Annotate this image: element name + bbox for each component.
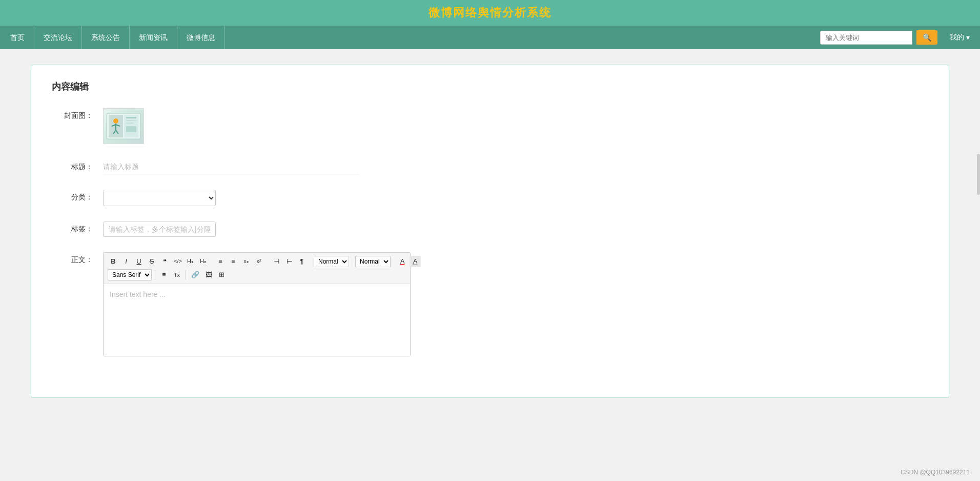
search-button[interactable]: 🔍 <box>916 30 937 45</box>
svg-rect-10 <box>126 120 136 121</box>
title-row: 标题： <box>52 159 928 174</box>
category-control <box>103 190 411 206</box>
category-label: 分类： <box>52 190 93 202</box>
quote-button[interactable]: ❝ <box>159 256 170 267</box>
content-row: 正文： B I U S ❝ </> H₁ H₂ <box>52 252 928 356</box>
indent-right-button[interactable]: ⊢ <box>283 256 295 267</box>
svg-rect-9 <box>126 117 136 118</box>
svg-point-3 <box>113 118 118 124</box>
ol-button[interactable]: ≡ <box>215 256 226 267</box>
nav-weibo[interactable]: 微博信息 <box>177 26 225 49</box>
nav-forum[interactable]: 交流论坛 <box>34 26 82 49</box>
align-button[interactable]: ≡ <box>158 269 170 280</box>
top-banner: 微博网络舆情分析系统 <box>0 0 980 26</box>
user-menu[interactable]: 我的 ▾ <box>950 33 970 42</box>
font-bg-button[interactable]: A <box>410 256 421 267</box>
title-control <box>103 159 411 174</box>
nav-news[interactable]: 新闻资讯 <box>130 26 177 49</box>
bold-button[interactable]: B <box>108 256 119 267</box>
toolbar-sep-7 <box>186 270 186 279</box>
search-input[interactable] <box>820 31 912 45</box>
ul-button[interactable]: ≡ <box>228 256 239 267</box>
h1-button[interactable]: H₁ <box>185 256 196 266</box>
nav-links: 首页 交流论坛 系统公告 新闻资讯 微博信息 <box>10 26 820 49</box>
svg-rect-12 <box>126 126 136 132</box>
category-select[interactable] <box>103 190 216 206</box>
font-color-button[interactable]: A <box>397 256 408 267</box>
image-button[interactable]: 🖼 <box>203 269 214 280</box>
editor-body[interactable]: Insert text here ... <box>104 284 410 356</box>
clear-format-button[interactable]: Tx <box>171 270 182 280</box>
font-size-select[interactable]: Normal <box>355 256 391 267</box>
page-title: 内容编辑 <box>52 81 928 93</box>
svg-rect-11 <box>126 123 134 124</box>
navbar: 首页 交流论坛 系统公告 新闻资讯 微博信息 🔍 我的 ▾ <box>0 26 980 49</box>
indent-left-button[interactable]: ⊣ <box>271 256 282 267</box>
navbar-right: 🔍 我的 ▾ <box>820 30 970 45</box>
title-input[interactable] <box>103 159 359 174</box>
user-label: 我的 <box>950 33 964 42</box>
editor-toolbar: B I U S ❝ </> H₁ H₂ ≡ ≡ x₂ x² <box>104 253 410 284</box>
title-label: 标题： <box>52 159 93 172</box>
h2-button[interactable]: H₂ <box>197 256 209 266</box>
cover-image[interactable] <box>103 108 144 144</box>
cover-label: 封面图： <box>52 108 93 121</box>
footer-credit: CSDN @QQ1039692211 <box>901 469 970 476</box>
superscript-button[interactable]: x² <box>253 256 264 266</box>
italic-button[interactable]: I <box>120 256 132 267</box>
editor-wrapper: B I U S ❝ </> H₁ H₂ ≡ ≡ x₂ x² <box>103 252 411 356</box>
nav-home[interactable]: 首页 <box>10 26 34 49</box>
nav-announcements[interactable]: 系统公告 <box>82 26 130 49</box>
paragraph-format-select[interactable]: Normal <box>314 256 349 267</box>
category-row: 分类： <box>52 190 928 206</box>
tags-control <box>103 222 411 237</box>
toolbar-row-2: Sans Serif ≡ Tx 🔗 🖼 ⊞ <box>108 269 406 280</box>
code-button[interactable]: </> <box>172 256 183 266</box>
main-content: 内容编辑 封面图： <box>0 49 980 413</box>
app-title: 微博网络舆情分析系统 <box>0 5 980 21</box>
content-card: 内容编辑 封面图： <box>31 65 949 398</box>
link-button[interactable]: 🔗 <box>189 269 201 280</box>
tags-label: 标签： <box>52 222 93 234</box>
content-control: B I U S ❝ </> H₁ H₂ ≡ ≡ x₂ x² <box>103 252 411 356</box>
cover-control <box>103 108 411 144</box>
scrollbar[interactable] <box>977 154 980 195</box>
subscript-button[interactable]: x₂ <box>240 256 252 266</box>
cover-row: 封面图： <box>52 108 928 144</box>
font-family-select[interactable]: Sans Serif <box>108 269 152 280</box>
underline-button[interactable]: U <box>133 256 145 267</box>
toolbar-sep-6 <box>155 270 155 279</box>
user-dropdown-icon: ▾ <box>966 33 970 42</box>
toolbar-row-1: B I U S ❝ </> H₁ H₂ ≡ ≡ x₂ x² <box>108 256 406 267</box>
tags-row: 标签： <box>52 222 928 237</box>
dir-button[interactable]: ¶ <box>296 256 308 267</box>
table-button[interactable]: ⊞ <box>216 269 227 280</box>
strikethrough-button[interactable]: S <box>146 256 157 267</box>
content-label: 正文： <box>52 252 93 265</box>
tags-input[interactable] <box>103 222 216 237</box>
